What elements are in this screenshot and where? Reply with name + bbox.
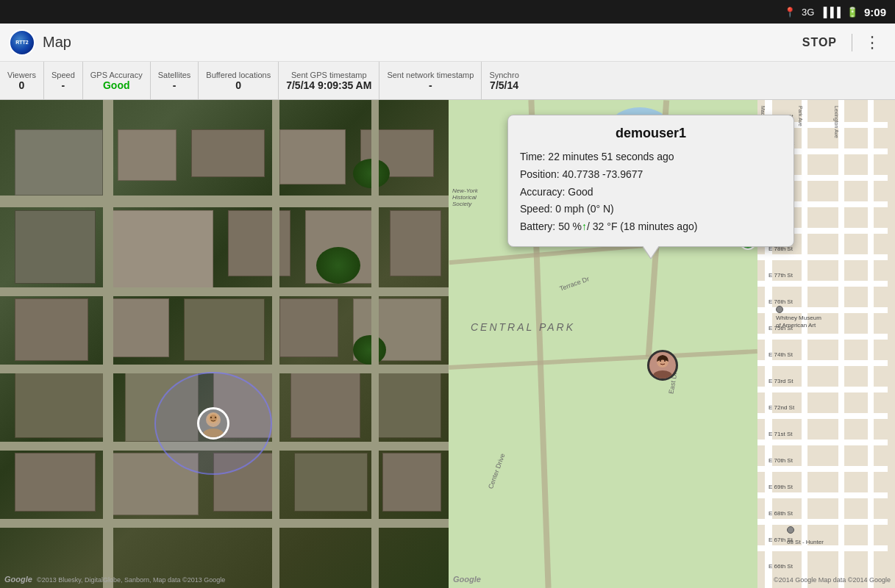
- popup-speed: Speed: 0 mph (0° N): [520, 201, 782, 218]
- stat-gps-label: GPS Accuracy: [90, 71, 143, 79]
- stat-viewers-label: Viewers: [7, 71, 36, 79]
- stat-speed-label: Speed: [51, 71, 75, 79]
- popup-accuracy: Accuracy: Good: [520, 184, 782, 201]
- stat-gps-value: Good: [103, 79, 130, 91]
- app-bar: RTT2 Map STOP ⋮: [0, 24, 895, 62]
- stat-gps-accuracy: GPS Accuracy Good: [83, 62, 151, 99]
- google-watermark-left: Google: [4, 575, 32, 584]
- popup-time: Time: 22 minutes 51 seconds ago: [520, 148, 782, 166]
- location-icon: 📍: [784, 7, 796, 18]
- status-time: 9:09: [864, 6, 886, 18]
- street-label-66: E 66th St: [769, 563, 793, 570]
- stat-satellites: Satellites -: [151, 62, 199, 99]
- popup-card: demouser1 Time: 22 minutes 51 seconds ag…: [507, 115, 794, 247]
- street-label-72: E 72nd St: [769, 404, 794, 411]
- lex-ave-label: Lexington Ave: [834, 106, 839, 138]
- street-label-77: E 77th St: [769, 272, 793, 279]
- svg-point-9: [660, 360, 661, 362]
- stat-speed: Speed -: [44, 62, 83, 99]
- stat-buffered: Buffered locations 0: [199, 62, 279, 99]
- signal-bars-icon: ▐▐▐: [820, 7, 841, 18]
- stat-network-timestamp: Sent network timestamp -: [379, 62, 482, 99]
- app-logo: RTT2: [9, 29, 35, 56]
- ny-historical-poi: New-York Historical Society: [452, 188, 496, 207]
- stat-net-ts-label: Sent network timestamp: [387, 71, 474, 79]
- street-label-76: E 76th St: [769, 298, 793, 305]
- stat-buffered-value: 0: [235, 79, 241, 91]
- stat-viewers-value: 0: [19, 79, 25, 91]
- street-label-69: E 69th St: [769, 484, 793, 490]
- svg-point-5: [215, 417, 216, 418]
- menu-icon[interactable]: ⋮: [858, 30, 886, 55]
- svg-point-1: [203, 429, 224, 437]
- user-pin-left: [197, 407, 229, 440]
- stat-synchro-label: Synchro: [489, 71, 518, 79]
- popup-battery: Battery: 50 %↑/ 32 °F (18 minutes ago): [520, 218, 782, 236]
- popup-username: demouser1: [520, 126, 782, 141]
- stat-gps-ts-label: Sent GPS timestamp: [291, 71, 367, 79]
- street-label-73: E 73rd St: [769, 378, 793, 384]
- google-watermark-right: Google: [453, 575, 481, 584]
- right-street-map[interactable]: E 83rd St E 82nd St E 81st St E 80th St …: [449, 100, 895, 588]
- street-label-68: E 68th St: [769, 510, 793, 517]
- left-satellite-map[interactable]: Google ©2013 Bluesky, DigitalGlobe, Sanb…: [0, 100, 449, 588]
- copyright-right: ©2014 Google Map data ©2014 Google: [774, 576, 891, 584]
- stat-satellites-value: -: [173, 79, 176, 91]
- stat-viewers: Viewers 0: [0, 62, 44, 99]
- stat-buffered-label: Buffered locations: [206, 71, 271, 79]
- whitney-museum-poi: Whitney Museum of American Art: [776, 306, 827, 329]
- central-park-label: CENTRAL PARK: [471, 320, 575, 334]
- street-label-70: E 70th St: [769, 457, 793, 464]
- street-label-74: E 74th St: [769, 351, 793, 358]
- stat-synchro-value: 7/5/14: [490, 79, 518, 91]
- divider: [852, 34, 852, 51]
- stat-gps-timestamp: Sent GPS timestamp 7/5/14 9:09:35 AM: [279, 62, 379, 99]
- map-container[interactable]: Google ©2013 Bluesky, DigitalGlobe, Sanb…: [0, 100, 895, 588]
- app-title: Map: [43, 34, 794, 51]
- street-label-71: E 71st St: [769, 431, 792, 437]
- popup-position: Position: 40.7738 -73.9677: [520, 166, 782, 184]
- popup-triangle-inner: [643, 245, 659, 258]
- status-bar: 📍 3G ▐▐▐ 🔋 9:09: [0, 0, 895, 24]
- stats-bar: Viewers 0 Speed - GPS Accuracy Good Sate…: [0, 62, 895, 100]
- stat-gps-ts-value: 7/5/14 9:09:35 AM: [286, 79, 371, 91]
- stat-synchro: Synchro 7/5/14: [482, 62, 526, 99]
- battery-icon: 🔋: [846, 7, 858, 18]
- stat-satellites-label: Satellites: [158, 71, 191, 79]
- svg-point-4: [210, 417, 212, 418]
- copyright-left: ©2013 Bluesky, DigitalGlobe, Sanborn, Ma…: [37, 576, 225, 584]
- 68st-hunter-poi: 68 St - Hunter: [787, 526, 824, 547]
- user-pin-right: [647, 350, 678, 381]
- stop-button[interactable]: STOP: [794, 32, 846, 54]
- park-ave-label: Park Ave: [798, 106, 803, 126]
- signal-label: 3G: [802, 7, 814, 18]
- stat-net-ts-value: -: [429, 79, 432, 91]
- svg-point-10: [664, 360, 666, 362]
- stat-speed-value: -: [62, 79, 65, 91]
